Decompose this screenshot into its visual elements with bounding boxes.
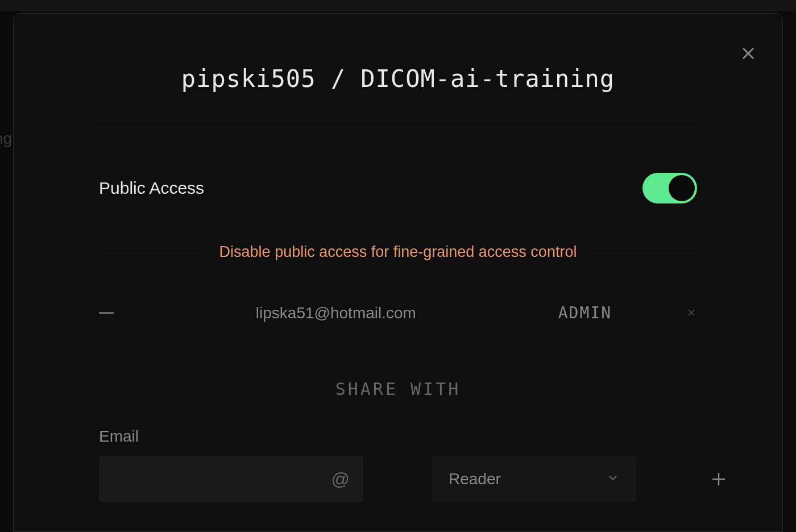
email-input-wrap: @ <box>99 456 363 502</box>
user-role: ADMIN <box>558 304 612 322</box>
plus-icon <box>710 471 727 488</box>
at-icon: @ <box>331 469 350 490</box>
share-form: @ Reader <box>99 456 697 502</box>
public-access-row: Public Access <box>99 127 697 243</box>
remove-user-button[interactable] <box>686 306 697 321</box>
backdrop-text-left: ng <box>0 130 12 148</box>
user-row: lipska51@hotmail.com ADMIN <box>99 261 697 334</box>
modal-title: pipski505 / DICOM-ai-training <box>99 14 697 127</box>
email-label: Email <box>99 427 697 446</box>
share-with-heading: SHARE WITH <box>99 334 697 427</box>
notice-text: Disable public access for fine-grained a… <box>219 243 577 261</box>
close-button[interactable] <box>737 42 760 65</box>
remove-icon <box>687 308 696 317</box>
close-icon <box>740 45 756 61</box>
backdrop-header <box>0 0 796 11</box>
chevron-down-icon <box>607 472 619 487</box>
dash-icon <box>99 312 114 314</box>
public-access-toggle[interactable] <box>642 173 697 203</box>
user-email: lipska51@hotmail.com <box>125 304 547 322</box>
toggle-knob <box>669 175 695 201</box>
role-select-label: Reader <box>449 470 501 488</box>
public-access-label: Public Access <box>99 178 204 198</box>
email-input[interactable] <box>99 456 363 502</box>
add-user-button[interactable] <box>704 456 733 502</box>
role-select[interactable]: Reader <box>432 456 636 502</box>
notice-line-left <box>99 252 208 252</box>
notice-row: Disable public access for fine-grained a… <box>99 243 697 261</box>
notice-line-right <box>588 252 697 252</box>
share-modal: pipski505 / DICOM-ai-training Public Acc… <box>13 13 783 532</box>
